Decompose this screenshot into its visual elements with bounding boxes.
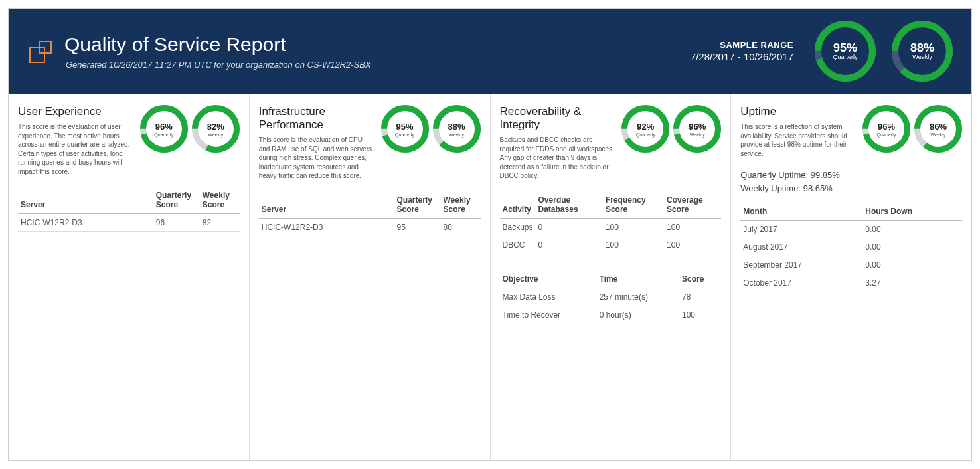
- panel-head: Uptime This score is a reflection of sys…: [740, 105, 962, 158]
- donut-period: Weekly: [207, 132, 224, 137]
- panels-row: User Experience This score is the evalua…: [9, 94, 971, 460]
- svg-rect-0: [30, 48, 44, 62]
- cell-time: 257 minute(s): [597, 288, 679, 306]
- cell-objective: Time to Recover: [500, 306, 597, 324]
- donut-period: Weekly: [910, 54, 934, 60]
- cell-wscore: 88: [441, 218, 481, 236]
- cell-qscore: 96: [153, 214, 200, 232]
- donut-period: Quarterly: [636, 132, 655, 137]
- panel-desc: This score is a reflection of system ava…: [740, 122, 856, 158]
- donut-pct: 95%: [396, 122, 413, 132]
- overall-quarterly-donut: 95% Quarterly: [815, 21, 876, 82]
- header-right: SAMPLE RANGE 7/28/2017 - 10/26/2017 95% …: [691, 21, 953, 82]
- cell-overdue: 0: [536, 236, 603, 254]
- cell-time: 0 hour(s): [597, 306, 679, 324]
- cell-freq: 100: [603, 218, 664, 236]
- col-qscore: Quarterly Score: [153, 187, 200, 214]
- uptime-table: Month Hours Down July 2017 0.00 August 2…: [740, 203, 962, 292]
- panel-donuts: 92% Quarterly 96% Weekly: [621, 105, 721, 153]
- table-row: HCIC-W12R2-D3 96 82: [18, 214, 240, 232]
- col-overdue: Overdue Databases: [536, 191, 603, 219]
- donut-pct: 86%: [930, 122, 947, 132]
- donut-label: 88% Weekly: [910, 42, 934, 60]
- col-activity: Activity: [500, 191, 536, 219]
- recov-objective-table: Objective Time Score Max Data Loss 257 m…: [500, 270, 722, 324]
- cell-month: July 2017: [740, 221, 862, 238]
- col-cov: Coverage Score: [664, 191, 721, 219]
- cell-objective: Max Data Loss: [500, 288, 597, 306]
- cell-month: October 2017: [740, 274, 862, 292]
- cell-server: HCIC-W12R2-D3: [259, 218, 394, 236]
- cell-overdue: 0: [536, 218, 603, 236]
- table-row: HCIC-W12R2-D3 95 88: [259, 218, 481, 236]
- table-row: October 2017 3.27: [740, 274, 962, 292]
- table-row: August 2017 0.00: [740, 238, 962, 256]
- panel-desc: This score is the evaluation of CPU and …: [259, 136, 374, 181]
- panel-donuts: 95% Quarterly 88% Weekly: [381, 105, 481, 153]
- quarterly-uptime: Quarterly Uptime: 99.85%: [740, 169, 962, 182]
- col-freq: Frequency Score: [603, 191, 664, 219]
- cell-score: 78: [679, 288, 721, 306]
- donut-label: 82% Weekly: [207, 121, 224, 137]
- table-row: Max Data Loss 257 minute(s) 78: [500, 288, 722, 306]
- donut-label: 96% Quarterly: [154, 121, 173, 137]
- donut-label: 88% Weekly: [448, 121, 465, 137]
- panel-user-experience: User Experience This score is the evalua…: [9, 94, 250, 460]
- sample-range-value: 7/28/2017 - 10/26/2017: [691, 51, 793, 62]
- col-wscore: Weekly Score: [200, 187, 240, 214]
- table-row: Time to Recover 0 hour(s) 100: [500, 306, 722, 324]
- infra-table: Server Quarterly Score Weekly Score HCIC…: [259, 191, 481, 236]
- donut-label: 86% Weekly: [930, 121, 947, 137]
- col-time: Time: [597, 270, 679, 288]
- panel-recoverability: Recoverability & Integrity Backups and D…: [491, 94, 732, 460]
- qos-report: Quality of Service Report Generated 10/2…: [8, 8, 972, 461]
- panel-title: User Experience: [18, 105, 133, 118]
- donut-label: 95% Quarterly: [395, 121, 414, 137]
- cell-cov: 100: [664, 236, 721, 254]
- infra-quarterly-donut: 95% Quarterly: [381, 105, 429, 153]
- donut-pct: 92%: [637, 122, 654, 132]
- panel-title: Recoverability & Integrity: [500, 105, 615, 132]
- donut-pct: 96%: [689, 122, 706, 132]
- panel-head: Infrastructure Performance This score is…: [259, 105, 481, 181]
- donut-label: 96% Quarterly: [877, 121, 896, 137]
- table-row: Backups 0 100 100: [500, 218, 722, 236]
- cell-activity: Backups: [500, 218, 536, 236]
- logo-icon: [27, 39, 55, 66]
- ux-quarterly-donut: 96% Quarterly: [140, 105, 188, 153]
- cell-month: August 2017: [740, 238, 862, 256]
- panel-title: Infrastructure Performance: [259, 105, 374, 132]
- sample-range: SAMPLE RANGE 7/28/2017 - 10/26/2017: [691, 40, 793, 62]
- header-left: Quality of Service Report Generated 10/2…: [27, 33, 371, 70]
- donut-period: Weekly: [689, 132, 706, 137]
- panel-uptime: Uptime This score is a reflection of sys…: [731, 94, 971, 460]
- cell-activity: DBCC: [500, 236, 536, 254]
- table-row: DBCC 0 100 100: [500, 236, 722, 254]
- col-objective: Objective: [500, 270, 597, 288]
- recov-quarterly-donut: 92% Quarterly: [621, 105, 669, 153]
- panel-desc: Backups and DBCC checks are required for…: [500, 136, 615, 181]
- cell-hours: 3.27: [862, 274, 962, 292]
- cell-score: 100: [679, 306, 721, 324]
- uptime-quarterly-donut: 96% Quarterly: [862, 105, 910, 153]
- cell-qscore: 95: [394, 218, 441, 236]
- donut-pct: 96%: [155, 122, 173, 132]
- title-block: Quality of Service Report Generated 10/2…: [64, 33, 371, 70]
- panel-head-text: Uptime This score is a reflection of sys…: [740, 105, 856, 158]
- cell-hours: 0.00: [862, 238, 962, 256]
- donut-period: Weekly: [930, 132, 947, 137]
- panel-head-text: Recoverability & Integrity Backups and D…: [500, 105, 615, 181]
- recov-weekly-donut: 96% Weekly: [673, 105, 721, 153]
- cell-wscore: 82: [200, 214, 240, 232]
- infra-weekly-donut: 88% Weekly: [433, 105, 481, 153]
- ux-table: Server Quarterly Score Weekly Score HCIC…: [18, 187, 240, 232]
- cell-month: September 2017: [740, 256, 862, 274]
- cell-cov: 100: [664, 218, 721, 236]
- panel-head: User Experience This score is the evalua…: [18, 105, 240, 176]
- weekly-uptime: Weekly Uptime: 98.65%: [740, 182, 962, 195]
- col-score: Score: [679, 270, 721, 288]
- donut-pct: 95%: [833, 41, 857, 54]
- panel-head: Recoverability & Integrity Backups and D…: [500, 105, 722, 181]
- uptime-summary: Quarterly Uptime: 99.85% Weekly Uptime: …: [740, 169, 962, 195]
- panel-head-text: Infrastructure Performance This score is…: [259, 105, 374, 181]
